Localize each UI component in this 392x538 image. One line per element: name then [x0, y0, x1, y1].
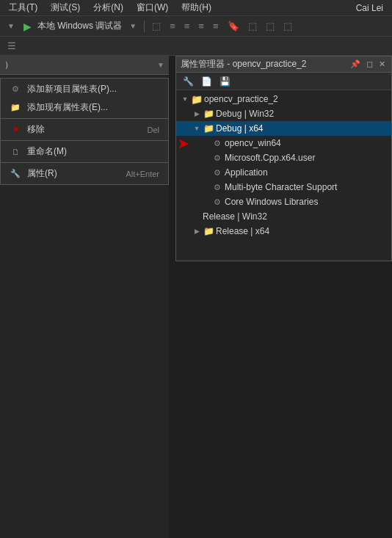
- ctx-properties-shortcut: Alt+Enter: [126, 170, 159, 178]
- left-dropdown-arrow[interactable]: ▼: [157, 61, 164, 69]
- release-x64-expand: ▶: [191, 228, 203, 235]
- prop-title-icons: 📌 ◻ ✕: [349, 59, 387, 70]
- secondary-toolbar: ☰: [0, 37, 392, 56]
- release-x64-folder-icon: 📁: [203, 226, 214, 236]
- debug-x64-expand: ▼: [191, 125, 203, 132]
- ms-cpp-gear-icon: ⚙: [211, 153, 223, 163]
- red-arrow-indicator: ➤: [178, 136, 189, 152]
- toolbar-icon1[interactable]: ⬚: [149, 19, 164, 33]
- tree-core-windows[interactable]: ⚙ Core Windows Libraries: [176, 195, 391, 209]
- tree-ms-cpp-label: Microsoft.Cpp.x64.user: [225, 153, 315, 163]
- ctx-properties-label: 属性(R): [27, 167, 120, 180]
- ctx-remove[interactable]: ✕ 移除 Del: [1, 120, 168, 139]
- prop-float-icon[interactable]: ◻: [365, 59, 374, 70]
- tree-ms-cpp[interactable]: ⚙ Microsoft.Cpp.x64.user: [176, 150, 391, 165]
- ctx-add-new[interactable]: ⚙ 添加新项目属性表(P)...: [1, 80, 168, 98]
- ctx-rename-label: 重命名(M): [27, 145, 159, 158]
- tree-root[interactable]: ▼ 📁 opencv_practice_2: [176, 92, 391, 106]
- prop-toolbar-btn2[interactable]: 📄: [199, 76, 214, 87]
- tree-debug-x64[interactable]: ▼ 📁 Debug | x64: [176, 121, 391, 136]
- main-area: ） ▼ ⚙ 添加新项目属性表(P)... 📁 添加现有属性表(E)... ✕ 移…: [0, 56, 392, 538]
- debug-x64-folder-icon: 📁: [203, 123, 214, 134]
- menu-test[interactable]: 测试(S): [45, 0, 86, 15]
- left-panel: ） ▼ ⚙ 添加新项目属性表(P)... 📁 添加现有属性表(E)... ✕ 移…: [0, 56, 169, 538]
- tree-application-label: Application: [225, 167, 268, 178]
- tree-root-label: opencv_practice_2: [204, 94, 278, 104]
- toolbar-icon7[interactable]: ⬚: [245, 19, 260, 33]
- toolbar-icon5[interactable]: ≡: [210, 19, 222, 33]
- toolbar-icon8[interactable]: ⬚: [263, 19, 277, 33]
- opencv-gear-icon: ⚙: [211, 139, 223, 148]
- ctx-rename[interactable]: 🗋 重命名(M): [1, 142, 168, 161]
- ctx-add-existing-label: 添加现有属性表(E)...: [27, 101, 159, 114]
- toolbar-dropdown-arrow[interactable]: ▼: [126, 21, 139, 32]
- tree-opencv-win64[interactable]: ⚙ opencv_win64: [176, 136, 391, 150]
- debug-dropdown-btn[interactable]: ▼: [4, 21, 18, 32]
- core-gear-icon: ⚙: [211, 197, 223, 207]
- tree-view: ▼ 📁 opencv_practice_2 ▶ 📁 Debug | Win32 …: [176, 90, 391, 240]
- tree-debug-win32-label: Debug | Win32: [216, 109, 274, 119]
- toolbar-icon4[interactable]: ≡: [195, 19, 207, 33]
- app-gear-icon: ⚙: [211, 168, 223, 178]
- tree-multibyte-label: Multi-byte Character Support: [225, 182, 337, 192]
- toolbar-icon9[interactable]: ⬚: [280, 19, 295, 33]
- prop-toolbar-btn3[interactable]: 💾: [217, 76, 233, 87]
- wrench-icon: 🔧: [10, 168, 21, 180]
- prop-title-text: 属性管理器 - opencv_practice_2: [181, 58, 346, 70]
- toolbar-icon2[interactable]: ≡: [167, 19, 178, 33]
- tree-release-x64-label: Release | x64: [216, 226, 269, 236]
- prop-toolbar: 🔧 📄 💾: [176, 73, 391, 90]
- tree-release-x64[interactable]: ▶ 📁 Release | x64: [176, 224, 391, 239]
- ctx-add-new-label: 添加新项目属性表(P)...: [27, 83, 159, 95]
- prop-pin-icon[interactable]: 📌: [349, 59, 362, 70]
- debug-win32-folder-icon: 📁: [203, 109, 214, 119]
- main-toolbar: ▼ ▶ 本地 Windows 调试器 ▼ ⬚ ≡ ≡ ≡ ≡ 🔖 ⬚ ⬚ ⬚: [0, 16, 392, 37]
- prop-toolbar-btn1[interactable]: 🔧: [181, 76, 196, 87]
- rename-icon: 🗋: [10, 146, 21, 158]
- toolbar-icon3[interactable]: ≡: [181, 19, 193, 33]
- prop-close-icon[interactable]: ✕: [377, 59, 387, 70]
- debug-win32-expand: ▶: [191, 110, 203, 117]
- ctx-remove-label: 移除: [27, 123, 141, 136]
- tree-core-label: Core Windows Libraries: [225, 197, 318, 207]
- root-expand-icon: ▼: [179, 95, 191, 103]
- property-manager-panel: 属性管理器 - opencv_practice_2 📌 ◻ ✕ 🔧 📄 💾 ▼ …: [175, 56, 392, 261]
- ctx-sep3: [1, 162, 168, 163]
- tree-debug-x64-label: Debug | x64: [216, 123, 264, 134]
- tree-debug-win32[interactable]: ▶ 📁 Debug | Win32: [176, 106, 391, 121]
- left-dropdown[interactable]: ）: [4, 59, 157, 71]
- context-menu: ⚙ 添加新项目属性表(P)... 📁 添加现有属性表(E)... ✕ 移除 De…: [0, 78, 169, 185]
- play-button[interactable]: ▶: [21, 19, 35, 34]
- menu-window[interactable]: 窗口(W): [131, 0, 174, 15]
- user-name: Cai Lei: [350, 1, 389, 15]
- ctx-sep1: [1, 118, 168, 119]
- toolbar-sep1: [144, 21, 145, 32]
- menu-help[interactable]: 帮助(H): [175, 0, 217, 15]
- menu-bar: 工具(T) 测试(S) 分析(N) 窗口(W) 帮助(H) Cai Lei: [0, 0, 392, 16]
- tree-application[interactable]: ⚙ Application: [176, 165, 391, 180]
- ctx-properties[interactable]: 🔧 属性(R) Alt+Enter: [1, 164, 168, 183]
- toolbar2-icon1[interactable]: ☰: [4, 39, 19, 53]
- tree-opencv-label: opencv_win64: [225, 138, 281, 148]
- folder-icon: 📁: [10, 102, 21, 114]
- x-icon: ✕: [10, 124, 21, 136]
- root-folder-icon: 📁: [191, 94, 203, 105]
- menu-analyze[interactable]: 分析(N): [87, 0, 129, 15]
- ctx-add-existing[interactable]: 📁 添加现有属性表(E)...: [1, 98, 168, 117]
- tree-multibyte[interactable]: ⚙ Multi-byte Character Support: [176, 180, 391, 195]
- menu-tools[interactable]: 工具(T): [3, 0, 43, 15]
- gear-icon: ⚙: [10, 84, 21, 95]
- ctx-remove-shortcut: Del: [147, 126, 159, 134]
- tree-release-win32[interactable]: Release | Win32: [176, 209, 391, 224]
- tree-release-win32-label: Release | Win32: [203, 211, 267, 222]
- ctx-sep2: [1, 140, 168, 141]
- debug-label: 本地 Windows 调试器: [37, 20, 122, 32]
- toolbar-icon6[interactable]: 🔖: [225, 19, 242, 33]
- multibyte-gear-icon: ⚙: [211, 183, 223, 192]
- prop-title-bar: 属性管理器 - opencv_practice_2 📌 ◻ ✕: [176, 57, 391, 73]
